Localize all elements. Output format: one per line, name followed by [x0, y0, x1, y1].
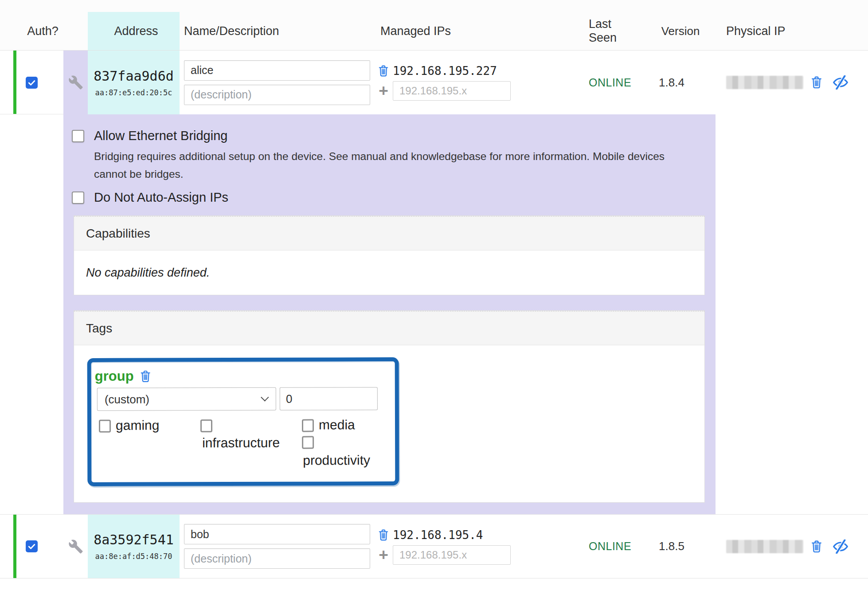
tag-option-label-productivity: productivity	[303, 453, 370, 468]
member-row-alice: 837faa9d6d aa:87:e5:ed:20:5c 192.168.195…	[0, 50, 868, 114]
capabilities-title: Capabilities	[74, 216, 704, 250]
tag-option-label-gaming: gaming	[116, 418, 159, 433]
managed-ip-value: 192.168.195.227	[393, 64, 497, 78]
tag-name: group	[95, 368, 134, 384]
tag-option-checkbox-infrastructure[interactable]	[200, 419, 212, 432]
column-header-spacer	[63, 12, 88, 50]
version-cell: 1.8.5	[638, 515, 705, 578]
address-cell: 8a3592f541 aa:8e:af:d5:48:70	[88, 515, 180, 578]
allow-bridging-checkbox[interactable]	[72, 130, 84, 142]
members-table-page: Auth? Address Name/Description Managed I…	[0, 0, 868, 594]
name-description-cell	[180, 51, 378, 114]
online-status: ONLINE	[589, 540, 631, 553]
auth-cell	[0, 51, 63, 114]
add-ip-plus-icon[interactable]: +	[378, 549, 389, 561]
node-mac: aa:87:e5:ed:20:5c	[95, 88, 172, 97]
description-input[interactable]	[184, 548, 370, 569]
auth-checkbox[interactable]	[26, 540, 38, 552]
managed-ips-cell: 192.168.195.4 +	[378, 515, 514, 578]
name-description-cell	[180, 515, 378, 578]
add-ip-plus-icon[interactable]: +	[378, 85, 389, 97]
tag-mode-select[interactable]: (custom)	[97, 387, 276, 411]
settings-cell	[63, 51, 88, 114]
hide-ip-eye-slash-icon[interactable]	[833, 75, 848, 90]
name-input[interactable]	[184, 60, 370, 81]
add-ip-input[interactable]	[393, 545, 511, 565]
delete-ip-trash-icon[interactable]	[378, 529, 389, 541]
auth-checkbox[interactable]	[26, 77, 38, 89]
settings-cell	[63, 515, 88, 578]
active-indicator-bar	[13, 515, 16, 578]
column-header-version: Version	[638, 12, 705, 50]
delete-ip-trash-icon[interactable]	[378, 65, 389, 77]
tag-option-checkbox-media[interactable]	[302, 419, 314, 432]
allow-bridging-label: Allow Ethernet Bridging	[94, 129, 227, 143]
no-auto-assign-row: Do Not Auto-Assign IPs	[72, 190, 716, 205]
last-seen-cell: ONLINE	[514, 515, 638, 578]
active-indicator-bar	[13, 51, 16, 114]
no-auto-assign-checkbox[interactable]	[72, 191, 84, 204]
delete-tag-trash-icon[interactable]	[140, 370, 152, 383]
tag-option-checkbox-productivity[interactable]	[302, 436, 314, 449]
managed-ip-value: 192.168.195.4	[393, 528, 483, 542]
version-cell: 1.8.4	[638, 51, 705, 114]
tags-body: group (custom) gaming	[74, 345, 704, 502]
delete-member-trash-icon[interactable]	[810, 540, 823, 553]
address-cell: 837faa9d6d aa:87:e5:ed:20:5c	[88, 51, 180, 114]
tag-mode-selected-value: (custom)	[105, 392, 149, 406]
checkmark-icon	[27, 542, 36, 551]
last-seen-cell: ONLINE	[514, 51, 638, 114]
physical-ip-cell	[705, 51, 868, 114]
add-ip-input[interactable]	[393, 81, 511, 101]
wrench-icon[interactable]	[68, 539, 83, 554]
tag-option-checkbox-gaming[interactable]	[99, 420, 111, 433]
tag-title-row: group	[95, 368, 152, 384]
column-header-address: Address	[88, 12, 180, 50]
column-header-managed-ips: Managed IPs	[378, 12, 514, 50]
tags-section: Tags group (custom)	[74, 310, 705, 503]
column-header-name: Name/Description	[180, 12, 378, 50]
tag-controls-row: (custom)	[97, 387, 378, 411]
tag-option-label-media: media	[319, 417, 355, 432]
managed-ips-cell: 192.168.195.227 +	[378, 51, 514, 114]
column-header-physical-ip: Physical IP	[705, 12, 868, 50]
hide-ip-eye-slash-icon[interactable]	[833, 539, 848, 554]
bridging-help-text: Bridging requires additional setup on th…	[94, 148, 693, 183]
capabilities-section: Capabilities No capabilities defined.	[74, 215, 705, 295]
node-mac: aa:8e:af:d5:48:70	[95, 552, 172, 561]
name-input[interactable]	[184, 524, 370, 544]
redacted-physical-ip	[726, 540, 803, 553]
wrench-icon[interactable]	[68, 75, 83, 90]
table-header-row: Auth? Address Name/Description Managed I…	[0, 0, 868, 50]
redacted-physical-ip	[726, 76, 803, 89]
chevron-down-icon	[261, 393, 269, 401]
node-address: 837faa9d6d	[94, 68, 174, 84]
expanded-member-panel: Allow Ethernet Bridging Bridging require…	[63, 114, 716, 514]
allow-bridging-row: Allow Ethernet Bridging	[72, 129, 716, 143]
tags-title: Tags	[74, 311, 704, 345]
checkmark-icon	[27, 78, 36, 87]
tag-value-input[interactable]	[280, 387, 378, 410]
node-address: 8a3592f541	[94, 532, 174, 547]
column-header-last-seen: Last Seen	[514, 12, 638, 50]
capabilities-empty-text: No capabilities defined.	[74, 250, 704, 295]
delete-member-trash-icon[interactable]	[810, 76, 823, 89]
member-row-bob: 8a3592f541 aa:8e:af:d5:48:70 192.168.195…	[0, 514, 868, 578]
physical-ip-cell	[705, 515, 868, 578]
tag-option-label-infrastructure: infrastructure	[202, 435, 280, 450]
no-auto-assign-label: Do Not Auto-Assign IPs	[94, 190, 228, 205]
tag-group-annotation-box: group (custom) gaming	[87, 357, 399, 486]
description-input[interactable]	[184, 85, 370, 105]
auth-cell	[0, 515, 63, 578]
column-header-auth: Auth?	[0, 12, 63, 50]
online-status: ONLINE	[589, 76, 631, 89]
